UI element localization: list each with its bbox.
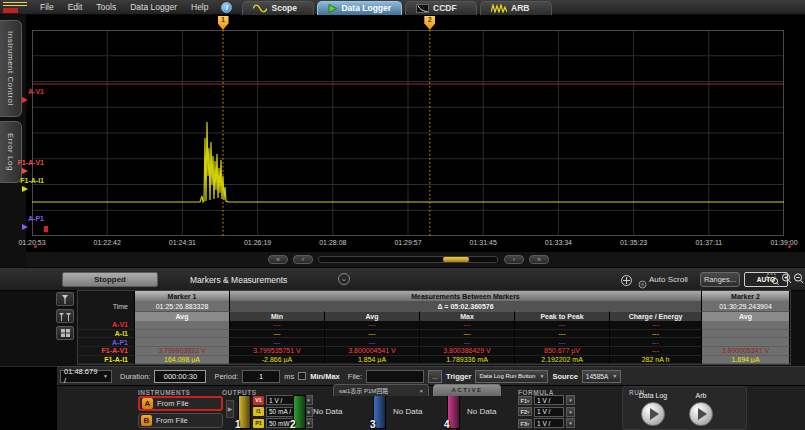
scroll-right-icon[interactable]: › (504, 255, 524, 264)
ccdf-curve-icon (416, 4, 429, 13)
formula-scale-field[interactable]: 1 V / (534, 407, 564, 417)
avg-value: --- (325, 330, 420, 339)
grid-view-icon[interactable] (56, 326, 74, 340)
marker2-value: 1.694 µA (702, 356, 790, 365)
zoom-out-icon[interactable] (792, 271, 805, 287)
x-tick-label: 01:28:08 (310, 239, 356, 246)
browse-button[interactable]: ... (428, 370, 442, 383)
axis-marker-dot (788, 245, 791, 248)
instrument-source-label: From File (156, 416, 188, 425)
channel-badge-i1: I1 (253, 407, 264, 416)
data-logger-app: FileEditToolsData LoggerHelp i ScopeData… (0, 0, 805, 430)
row-label-f1-a-i1: F1-A-I1 (78, 356, 135, 365)
instruments-collapse-icon[interactable]: ▶ (226, 400, 234, 418)
tab-instrument-control[interactable]: Instrument Control (0, 20, 22, 117)
tab-ccdf[interactable]: CCDF (405, 1, 477, 15)
minmax-checkbox[interactable] (298, 372, 306, 380)
source-label: Source (552, 372, 577, 381)
play-icon (328, 4, 337, 13)
arb-wave-icon (491, 4, 507, 13)
sine-wave-icon (253, 4, 267, 13)
menu-edit[interactable]: Edit (61, 2, 90, 12)
formula-badge[interactable]: F1 (518, 396, 532, 405)
document-tab[interactable]: sat1表示 P1M回路 × (333, 384, 429, 396)
info-icon[interactable]: i (221, 2, 232, 13)
scroll-left-icon[interactable]: ‹ (293, 255, 313, 264)
instrument-source-label: From File (157, 399, 189, 408)
file-input[interactable] (366, 370, 424, 383)
channel-ref-arrow[interactable] (22, 168, 28, 174)
formula-scale-field[interactable]: 1 V / (534, 395, 564, 405)
ranges-button[interactable]: Ranges... (700, 272, 740, 287)
status-badge: Stopped (62, 272, 158, 287)
menu-help[interactable]: Help (184, 2, 215, 12)
add-marker-icon[interactable] (620, 273, 633, 291)
marker-single-icon[interactable] (56, 292, 74, 306)
x-tick-label: 01:39:00 (761, 239, 805, 246)
formula-row-f2: F21 V / (518, 407, 575, 417)
instrument-a-button[interactable]: AFrom File (138, 396, 223, 411)
marker-pair-icon[interactable] (56, 309, 74, 323)
auto-scroll-label[interactable]: Auto Scroll (649, 275, 688, 284)
tab-error-log[interactable]: Error Log (0, 121, 22, 183)
panel-collapse-icon[interactable] (338, 273, 350, 285)
peak-to-peak-value: --- (515, 321, 610, 330)
zoom-selection-icon[interactable] (766, 271, 779, 287)
min-value: -2.866 µA (230, 356, 325, 365)
channel-ref-arrow[interactable] (22, 186, 28, 192)
scroll-far-right-icon[interactable]: » (529, 255, 549, 264)
time-scrollbar: « ‹ › » (26, 252, 805, 267)
channel-ref-arrow[interactable] (22, 97, 28, 103)
run-arb-button[interactable] (689, 402, 713, 426)
waveform-plot[interactable] (32, 30, 784, 236)
max-value: 3.800386429 V (420, 347, 515, 356)
tab-data-logger[interactable]: Data Logger (317, 1, 402, 15)
col-header-min: Min (230, 311, 325, 321)
formula-dropdown-icon[interactable] (566, 395, 575, 405)
tab-label: Data Logger (341, 3, 391, 13)
channel-ref-arrow[interactable] (22, 224, 28, 230)
marker1-header[interactable]: Marker 1 (135, 291, 230, 301)
marker1-value: 164.098 µA (135, 356, 230, 365)
x-tick-label: 01:35:23 (611, 239, 657, 246)
peak-to-peak-value: 850.677 µV (515, 347, 610, 356)
source-dropdown[interactable]: 14585A (582, 370, 621, 383)
duration-field[interactable]: 000:00:30 (154, 370, 206, 383)
markers-delta: Δ = 05:02.360576 (230, 301, 702, 311)
table-row: A-V1--------------- (78, 321, 790, 330)
output-number: 2 (290, 419, 296, 430)
trigger-dropdown[interactable]: Data Log Run Button (475, 370, 548, 383)
period-field[interactable]: 1 (242, 370, 280, 383)
logging-settings-bar: 01:48.679 / Duration: 000:00:30 Period: … (57, 366, 805, 385)
table-row: A-I1--------------- (78, 330, 790, 339)
trigger-mark (44, 226, 48, 232)
formula-badge[interactable]: F3 (518, 419, 532, 428)
menu-data-logger[interactable]: Data Logger (123, 2, 184, 12)
between-markers-header: Measurements Between Markers (230, 291, 702, 301)
time-scale-dropdown[interactable]: 01:48.679 / (60, 370, 112, 383)
menu-tools[interactable]: Tools (89, 2, 123, 12)
channel-label-a-v1: A-V1 (2, 88, 44, 96)
formula-badge[interactable]: F2 (518, 407, 532, 416)
channel-label-f1-a-i1: F1-A-I1 (2, 177, 44, 185)
marker-tool-strip (56, 292, 75, 343)
tab-arb[interactable]: ARB (480, 1, 552, 15)
output-number: 1 (235, 419, 241, 430)
tab-scope[interactable]: Scope (242, 1, 314, 15)
formula-dropdown-icon[interactable] (566, 407, 575, 417)
formula-scale-field[interactable]: 1 V / (534, 418, 564, 428)
scroll-thumb[interactable] (443, 257, 469, 262)
active-tab[interactable]: ACTIVE (433, 384, 501, 396)
menu-bar: FileEditToolsData LoggerHelp i ScopeData… (0, 0, 805, 15)
close-icon[interactable]: × (419, 388, 423, 394)
avg-value: 1.854 µA (325, 356, 420, 365)
instrument-b-button[interactable]: BFrom File (138, 413, 223, 428)
formula-dropdown-icon[interactable] (566, 418, 575, 428)
run-data-log-button[interactable] (641, 402, 665, 426)
marker2-header[interactable]: Marker 2 (702, 291, 790, 301)
menu-file[interactable]: File (33, 2, 61, 12)
charge-energy-value: 282 nA h (610, 356, 702, 365)
scroll-track[interactable] (318, 256, 498, 263)
scroll-far-left-icon[interactable]: « (268, 255, 288, 264)
col-header-charge-energy: Charge / Energy (610, 311, 702, 321)
